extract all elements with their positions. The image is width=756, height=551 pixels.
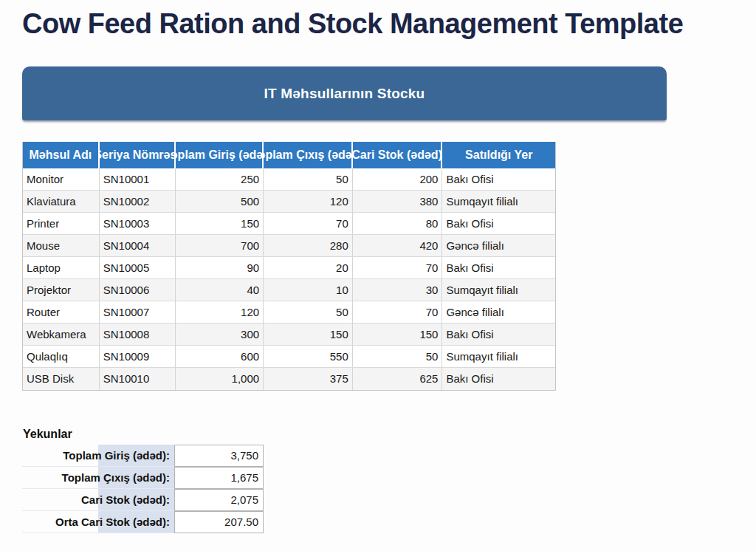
- table-cell: 30: [353, 279, 443, 301]
- table-cell: Monitor: [23, 168, 100, 191]
- table-row: USB DiskSN100101,000375625Bakı Ofisi: [23, 368, 555, 390]
- table-cell: 120: [264, 191, 353, 213]
- table-cell: Gəncə filialı: [442, 301, 555, 324]
- table-cell: SN10007: [100, 301, 176, 324]
- table-row: LaptopSN10005902070Bakı Ofisi: [23, 257, 555, 279]
- table-cell: 200: [353, 168, 443, 191]
- stock-table: Məhsul AdıSeriya NömrəsiToplam Giriş (əd…: [22, 142, 556, 391]
- table-cell: 280: [264, 235, 353, 257]
- table-cell: SN10005: [100, 257, 176, 279]
- table-cell: 700: [176, 235, 264, 257]
- table-cell: 20: [264, 257, 353, 279]
- totals-row: Toplam Çıxış (ədəd):1,675: [22, 467, 264, 489]
- table-cell: Printer: [23, 213, 100, 235]
- table-cell: 500: [176, 191, 264, 213]
- column-header: Satıldığı Yer: [442, 142, 555, 168]
- table-cell: 150: [353, 324, 443, 346]
- table-cell: 50: [353, 346, 443, 368]
- totals-rows: Toplam Giriş (ədəd):3,750Toplam Çıxış (ə…: [22, 445, 264, 533]
- table-row: QulaqlıqSN1000960055050Sumqayıt filialı: [23, 346, 555, 368]
- page-title: Cow Feed Ration and Stock Management Tem…: [22, 7, 746, 40]
- column-header: Seriya Nömrəsi: [100, 142, 176, 168]
- totals-row: Orta Cari Stok (ədəd):207.50: [22, 511, 264, 533]
- table-cell: Mouse: [23, 235, 100, 257]
- table-cell: SN10004: [100, 235, 176, 257]
- table-cell: 70: [353, 257, 443, 279]
- table-cell: Bakı Ofisi: [442, 368, 555, 390]
- table-cell: Gəncə filialı: [442, 235, 555, 257]
- table-cell: 50: [264, 301, 353, 324]
- table-cell: Sumqayıt filialı: [442, 279, 555, 301]
- table-cell: 600: [176, 346, 264, 368]
- table-cell: 380: [353, 191, 443, 213]
- totals-label: Toplam Giriş (ədəd):: [22, 445, 174, 467]
- totals-label: Orta Cari Stok (ədəd):: [22, 511, 174, 533]
- column-header: Cari Stok (ədəd): [353, 142, 443, 168]
- totals-value: 207.50: [174, 511, 264, 533]
- table-cell: 50: [264, 168, 353, 191]
- table-cell: SN10010: [100, 368, 176, 390]
- stock-table-header: Məhsul AdıSeriya NömrəsiToplam Giriş (əd…: [23, 142, 555, 168]
- table-row: MouseSN10004700280420Gəncə filialı: [23, 235, 555, 257]
- table-row: KlaviaturaSN10002500120380Sumqayıt filia…: [23, 191, 555, 213]
- table-cell: SN10006: [100, 279, 176, 301]
- table-cell: 1,000: [176, 368, 264, 390]
- column-header: Toplam Giriş (ədəd): [176, 142, 264, 168]
- table-cell: SN10008: [100, 324, 176, 346]
- totals-value: 3,750: [174, 445, 264, 467]
- totals-row: Cari Stok (ədəd):2,075: [22, 489, 264, 511]
- totals-value: 1,675: [174, 467, 264, 489]
- table-cell: 120: [176, 301, 264, 324]
- page: Cow Feed Ration and Stock Management Tem…: [0, 0, 756, 551]
- column-header: Toplam Çıxış (ədəd): [264, 142, 353, 168]
- totals-row: Toplam Giriş (ədəd):3,750: [22, 445, 264, 467]
- table-cell: Klaviatura: [23, 191, 100, 213]
- totals-label: Toplam Çıxış (ədəd):: [22, 467, 174, 489]
- table-cell: Webkamera: [23, 324, 100, 346]
- table-cell: SN10009: [100, 346, 176, 368]
- table-cell: 250: [176, 168, 264, 191]
- table-cell: 70: [353, 301, 443, 324]
- table-cell: Bakı Ofisi: [442, 257, 555, 279]
- table-row: RouterSN100071205070Gəncə filialı: [23, 301, 555, 324]
- table-cell: SN10002: [100, 191, 176, 213]
- table-cell: 420: [353, 235, 443, 257]
- table-cell: Qulaqlıq: [23, 346, 100, 368]
- table-row: ProjektorSN10006401030Sumqayıt filialı: [23, 279, 555, 301]
- totals-value: 2,075: [174, 489, 264, 511]
- table-cell: 70: [264, 213, 353, 235]
- table-cell: 10: [264, 279, 353, 301]
- totals-heading: Yekunlar: [23, 428, 72, 441]
- table-row: WebkameraSN10008300150150Bakı Ofisi: [23, 324, 555, 346]
- table-cell: USB Disk: [23, 368, 100, 390]
- table-row: PrinterSN100031507080Bakı Ofisi: [23, 213, 555, 235]
- table-cell: 300: [176, 324, 264, 346]
- table-cell: 80: [353, 213, 443, 235]
- table-cell: 550: [264, 346, 353, 368]
- table-cell: Sumqayıt filialı: [442, 191, 555, 213]
- table-cell: 150: [264, 324, 353, 346]
- table-row: MonitorSN1000125050200Bakı Ofisi: [23, 168, 555, 191]
- table-cell: Bakı Ofisi: [442, 213, 555, 235]
- stock-table-body: MonitorSN1000125050200Bakı OfisiKlaviatu…: [23, 168, 555, 390]
- banner-title: IT Məhsullarının Stocku: [264, 86, 425, 102]
- table-cell: 375: [264, 368, 353, 390]
- table-cell: 90: [176, 257, 264, 279]
- table-cell: 625: [353, 368, 443, 390]
- section-banner: IT Məhsullarının Stocku: [22, 66, 667, 120]
- table-cell: 150: [176, 213, 264, 235]
- totals-label: Cari Stok (ədəd):: [22, 489, 174, 511]
- table-cell: Projektor: [23, 279, 100, 301]
- column-header: Məhsul Adı: [23, 142, 100, 168]
- table-cell: SN10003: [100, 213, 176, 235]
- table-cell: Bakı Ofisi: [442, 324, 555, 346]
- table-cell: Sumqayıt filialı: [442, 346, 555, 368]
- table-cell: Router: [23, 301, 100, 324]
- table-cell: Laptop: [23, 257, 100, 279]
- table-cell: SN10001: [100, 168, 176, 191]
- table-cell: 40: [176, 279, 264, 301]
- table-cell: Bakı Ofisi: [442, 168, 555, 191]
